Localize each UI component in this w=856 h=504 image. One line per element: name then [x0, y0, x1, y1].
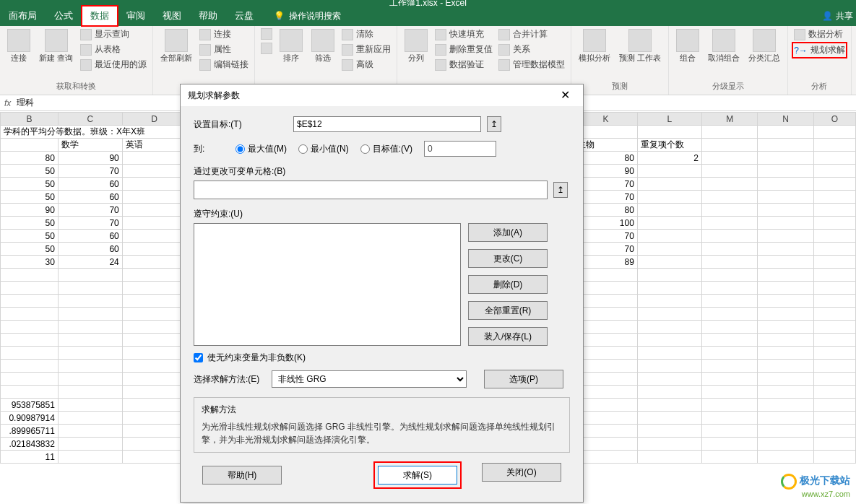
- cell[interactable]: [122, 191, 186, 204]
- cell[interactable]: 90: [1, 204, 59, 217]
- remove-dup-button[interactable]: 删除重复值: [433, 43, 494, 56]
- group-button[interactable]: 组合: [673, 27, 702, 64]
- change-button[interactable]: 更改(C): [468, 249, 548, 268]
- col-header-d[interactable]: D: [122, 113, 186, 126]
- cell[interactable]: 重复项个数: [637, 139, 701, 152]
- cell[interactable]: 60: [58, 243, 122, 256]
- fx-icon[interactable]: fx: [4, 98, 11, 108]
- cell[interactable]: [122, 243, 186, 256]
- help-button[interactable]: 帮助(H): [202, 466, 282, 485]
- new-query-button[interactable]: 新建 查询: [36, 27, 76, 64]
- ungroup-button[interactable]: 取消组合: [705, 27, 743, 64]
- tab-data[interactable]: 数据: [82, 6, 118, 26]
- value-radio[interactable]: 目标值:(V): [360, 143, 412, 155]
- col-header-o[interactable]: O: [813, 113, 855, 126]
- cell[interactable]: 60: [58, 191, 122, 204]
- cell[interactable]: 50: [1, 191, 59, 204]
- cell[interactable]: [122, 165, 186, 178]
- clear-button[interactable]: 清除: [340, 27, 392, 41]
- refresh-all-button[interactable]: 全部刷新: [157, 27, 195, 64]
- cell[interactable]: 数学: [58, 139, 122, 152]
- add-button[interactable]: 添加(A): [468, 223, 548, 242]
- cell[interactable]: [122, 178, 186, 191]
- cell[interactable]: 80: [1, 152, 59, 165]
- cell[interactable]: [637, 217, 701, 230]
- cell[interactable]: [122, 230, 186, 243]
- min-radio[interactable]: 最小值(N): [298, 143, 349, 155]
- tab-view[interactable]: 视图: [154, 6, 190, 26]
- cell[interactable]: [122, 217, 186, 230]
- range-picker-button[interactable]: ↥: [487, 116, 501, 132]
- sort-az-button[interactable]: [259, 27, 274, 40]
- col-header-n[interactable]: N: [758, 113, 813, 126]
- properties-button[interactable]: 属性: [198, 43, 250, 56]
- tell-me-search[interactable]: 💡 操作说明搜索: [274, 10, 341, 22]
- recent-sources-button[interactable]: 最近使用的源: [79, 58, 148, 71]
- cell[interactable]: [122, 152, 186, 165]
- variable-cells-input[interactable]: [194, 181, 548, 199]
- text-to-columns-button[interactable]: 分列: [402, 27, 431, 64]
- show-queries-button[interactable]: 显示查询: [79, 27, 148, 41]
- tab-cloud[interactable]: 云盘: [226, 6, 262, 26]
- subtotal-button[interactable]: 分类汇总: [745, 27, 783, 64]
- solver-button[interactable]: ?→规划求解: [792, 43, 847, 58]
- data-analysis-button[interactable]: 数据分析: [792, 27, 847, 41]
- cell[interactable]: 11: [1, 451, 59, 464]
- cell[interactable]: [637, 230, 701, 243]
- col-header-c[interactable]: C: [58, 113, 122, 126]
- forecast-sheet-button[interactable]: 预测 工作表: [616, 27, 664, 64]
- what-if-button[interactable]: 模拟分析: [576, 27, 613, 64]
- formula-input[interactable]: [17, 98, 161, 108]
- sort-button[interactable]: 排序: [277, 27, 306, 64]
- cell[interactable]: [637, 191, 701, 204]
- col-header-m[interactable]: M: [701, 113, 757, 126]
- cell[interactable]: 0.90987914: [1, 412, 59, 425]
- connections-button[interactable]: 连接: [198, 27, 250, 41]
- delete-button[interactable]: 删除(D): [468, 275, 548, 294]
- cell[interactable]: [122, 256, 186, 269]
- cell[interactable]: 953875851: [1, 399, 59, 412]
- tab-help[interactable]: 帮助: [190, 6, 226, 26]
- cell[interactable]: [637, 243, 701, 256]
- cell[interactable]: 50: [1, 230, 59, 243]
- cell[interactable]: 50: [1, 165, 59, 178]
- edit-links-button[interactable]: 编辑链接: [198, 58, 250, 71]
- cell[interactable]: 70: [58, 217, 122, 230]
- relationships-button[interactable]: 关系: [497, 43, 566, 56]
- cell[interactable]: 英语: [122, 139, 186, 152]
- cell[interactable]: 60: [58, 230, 122, 243]
- cell[interactable]: [637, 204, 701, 217]
- cell[interactable]: 90: [58, 152, 122, 165]
- cell[interactable]: 50: [1, 217, 59, 230]
- cell[interactable]: 50: [1, 178, 59, 191]
- header-text[interactable]: 学科的平均分等数据。班级：X年X班: [1, 126, 187, 139]
- solver-method-select[interactable]: 非线性 GRG: [272, 370, 467, 388]
- cell[interactable]: 60: [58, 178, 122, 191]
- tab-review[interactable]: 审阅: [118, 6, 154, 26]
- col-header-l[interactable]: L: [637, 113, 701, 126]
- load-save-button[interactable]: 装入/保存(L): [468, 327, 548, 346]
- cell[interactable]: 70: [58, 204, 122, 217]
- cell[interactable]: .021843832: [1, 438, 59, 451]
- cell[interactable]: [122, 204, 186, 217]
- solve-button[interactable]: 求解(S): [378, 466, 457, 485]
- tab-layout[interactable]: 面布局: [0, 6, 46, 26]
- target-cell-input[interactable]: [293, 116, 481, 132]
- cell[interactable]: 2: [637, 152, 701, 165]
- from-table-button[interactable]: 从表格: [79, 43, 148, 56]
- reapply-button[interactable]: 重新应用: [340, 43, 392, 56]
- advanced-button[interactable]: 高级: [340, 58, 392, 71]
- cell[interactable]: [637, 256, 701, 269]
- cell[interactable]: .899965711: [1, 425, 59, 438]
- max-radio[interactable]: 最大值(M): [235, 143, 287, 155]
- close-button[interactable]: 关闭(O): [482, 463, 561, 482]
- tab-formulas[interactable]: 公式: [46, 6, 82, 26]
- range-picker-button-2[interactable]: ↥: [553, 182, 568, 198]
- reset-button[interactable]: 全部重置(R): [468, 301, 548, 320]
- cell[interactable]: 70: [58, 165, 122, 178]
- cell[interactable]: 50: [1, 243, 59, 256]
- flash-fill-button[interactable]: 快速填充: [433, 27, 494, 41]
- sort-za-button[interactable]: [259, 42, 274, 55]
- cell[interactable]: 24: [58, 256, 122, 269]
- consolidate-button[interactable]: 合并计算: [497, 27, 566, 41]
